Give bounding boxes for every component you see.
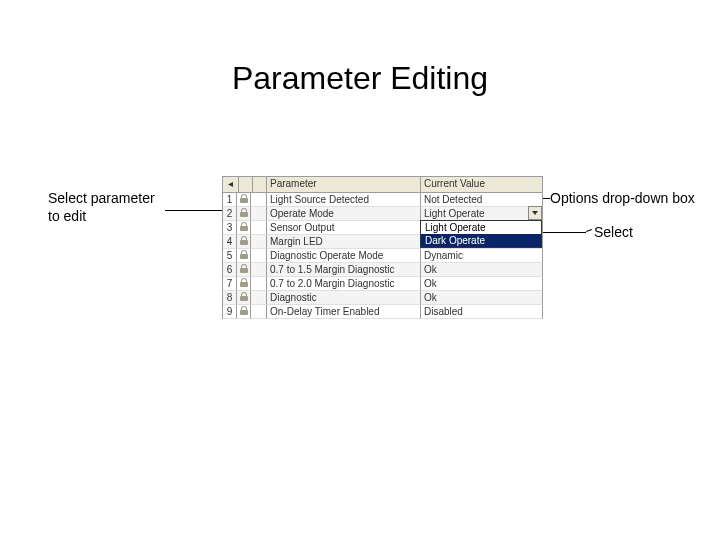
- header-expand[interactable]: ◂: [223, 177, 239, 193]
- callout-line-left: [165, 210, 222, 211]
- param-name: Diagnostic: [267, 291, 421, 305]
- row-spacer: [251, 235, 267, 249]
- header-num: [253, 177, 267, 193]
- table-row[interactable]: 8DiagnosticOk: [223, 291, 543, 305]
- param-name: On-Delay Timer Enabled: [267, 305, 421, 319]
- row-spacer: [251, 277, 267, 291]
- row-number: 2: [223, 207, 237, 221]
- param-value[interactable]: Ok: [421, 291, 543, 305]
- param-value[interactable]: Ok: [421, 263, 543, 277]
- chevron-down-icon: [532, 211, 538, 215]
- table-row[interactable]: 60.7 to 1.5 Margin DiagnosticOk: [223, 263, 543, 277]
- table-row[interactable]: 1Light Source DetectedNot Detected: [223, 193, 543, 207]
- lock-icon: [237, 277, 251, 291]
- row-number: 5: [223, 249, 237, 263]
- annotation-select-parameter: Select parameterto edit: [48, 190, 155, 225]
- dropdown-option[interactable]: Light Operate: [421, 221, 541, 234]
- param-value[interactable]: Light Operate: [421, 207, 543, 221]
- lock-icon: [237, 291, 251, 305]
- param-name: Operate Mode: [267, 207, 421, 221]
- lock-icon: [237, 305, 251, 319]
- row-number: 1: [223, 193, 237, 207]
- dropdown-toggle[interactable]: [528, 206, 542, 220]
- row-number: 9: [223, 305, 237, 319]
- row-spacer: [251, 221, 267, 235]
- lock-icon: [237, 235, 251, 249]
- page-title: Parameter Editing: [0, 60, 720, 97]
- param-name: 0.7 to 2.0 Margin Diagnostic: [267, 277, 421, 291]
- annotation-select: Select: [594, 224, 633, 240]
- row-spacer: [251, 249, 267, 263]
- param-name: Sensor Output: [267, 221, 421, 235]
- param-value[interactable]: Dynamic: [421, 249, 543, 263]
- param-name: 0.7 to 1.5 Margin Diagnostic: [267, 263, 421, 277]
- lock-icon: [237, 193, 251, 207]
- row-number: 4: [223, 235, 237, 249]
- table-row[interactable]: 70.7 to 2.0 Margin DiagnosticOk: [223, 277, 543, 291]
- lock-icon: [237, 263, 251, 277]
- row-number: 3: [223, 221, 237, 235]
- table-row[interactable]: 5Diagnostic Operate ModeDynamic: [223, 249, 543, 263]
- row-spacer: [251, 291, 267, 305]
- lock-icon: [237, 221, 251, 235]
- param-name: Light Source Detected: [267, 193, 421, 207]
- param-name: Diagnostic Operate Mode: [267, 249, 421, 263]
- lock-icon: [237, 249, 251, 263]
- param-value[interactable]: Ok: [421, 277, 543, 291]
- dropdown-option[interactable]: Dark Operate: [421, 234, 541, 247]
- annotation-dropdown-box: Options drop-down box: [550, 190, 695, 206]
- row-number: 7: [223, 277, 237, 291]
- header-lock: [239, 177, 253, 193]
- row-spacer: [251, 263, 267, 277]
- param-value[interactable]: Not Detected: [421, 193, 543, 207]
- row-number: 8: [223, 291, 237, 305]
- header-parameter[interactable]: Parameter: [267, 177, 421, 193]
- row-spacer: [251, 193, 267, 207]
- param-name: Margin LED: [267, 235, 421, 249]
- row-number: 6: [223, 263, 237, 277]
- callout-line-right-2a: [540, 232, 586, 233]
- table-row[interactable]: 2Operate ModeLight Operate: [223, 207, 543, 221]
- param-value[interactable]: Disabled: [421, 305, 543, 319]
- callout-line-right-2b: [586, 229, 592, 232]
- row-spacer: [251, 207, 267, 221]
- lock-icon: [237, 207, 251, 221]
- row-spacer: [251, 305, 267, 319]
- dropdown-list[interactable]: Light OperateDark Operate: [420, 220, 542, 248]
- header-value[interactable]: Current Value: [421, 177, 543, 193]
- table-row[interactable]: 9On-Delay Timer EnabledDisabled: [223, 305, 543, 319]
- table-header: ◂ Parameter Current Value: [223, 177, 543, 193]
